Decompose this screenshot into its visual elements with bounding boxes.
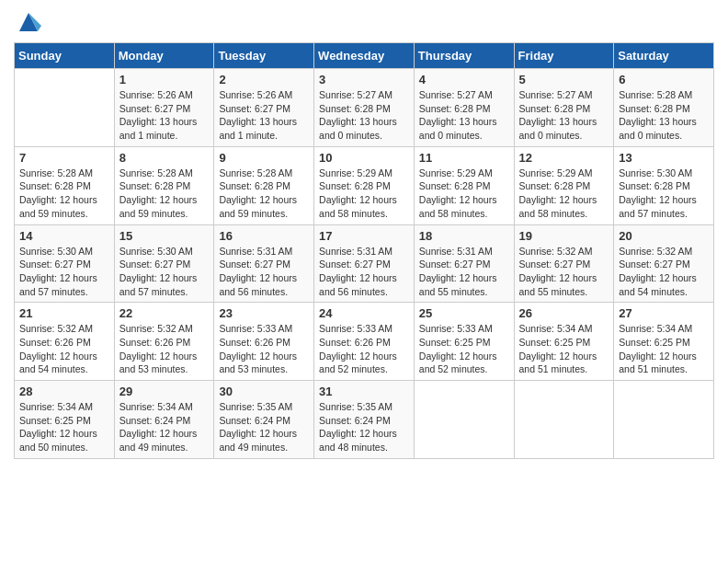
day-number: 24 — [319, 306, 409, 320]
day-number: 5 — [519, 73, 609, 86]
day-info: Sunrise: 5:29 AMSunset: 6:28 PMDaylight:… — [519, 167, 609, 221]
day-info: Sunrise: 5:27 AMSunset: 6:28 PMDaylight:… — [419, 88, 509, 143]
calendar-cell: 30Sunrise: 5:35 AMSunset: 6:24 PMDayligh… — [214, 381, 314, 459]
day-info: Sunrise: 5:32 AMSunset: 6:26 PMDaylight:… — [19, 322, 109, 376]
day-info: Sunrise: 5:31 AMSunset: 6:27 PMDaylight:… — [419, 245, 509, 299]
page-header — [14, 9, 714, 35]
calendar-cell: 11Sunrise: 5:29 AMSunset: 6:28 PMDayligh… — [414, 146, 514, 224]
day-info: Sunrise: 5:33 AMSunset: 6:25 PMDaylight:… — [419, 322, 509, 376]
weekday-header-wednesday: Wednesday — [314, 43, 415, 69]
day-number: 23 — [219, 306, 309, 320]
calendar-cell: 3Sunrise: 5:27 AMSunset: 6:28 PMDaylight… — [314, 69, 415, 147]
day-info: Sunrise: 5:35 AMSunset: 6:24 PMDaylight:… — [319, 400, 409, 454]
day-info: Sunrise: 5:31 AMSunset: 6:27 PMDaylight:… — [219, 245, 309, 299]
day-info: Sunrise: 5:26 AMSunset: 6:27 PMDaylight:… — [119, 88, 210, 143]
day-number: 31 — [319, 385, 409, 398]
day-info: Sunrise: 5:34 AMSunset: 6:24 PMDaylight:… — [119, 400, 210, 454]
calendar-cell: 19Sunrise: 5:32 AMSunset: 6:27 PMDayligh… — [514, 224, 614, 303]
day-number: 4 — [419, 73, 509, 86]
calendar-week-row: 21Sunrise: 5:32 AMSunset: 6:26 PMDayligh… — [15, 303, 714, 381]
weekday-header-saturday: Saturday — [614, 43, 714, 69]
calendar-cell: 26Sunrise: 5:34 AMSunset: 6:25 PMDayligh… — [514, 303, 614, 381]
calendar-cell: 15Sunrise: 5:30 AMSunset: 6:27 PMDayligh… — [114, 224, 214, 303]
day-number: 7 — [19, 151, 109, 165]
day-number: 3 — [319, 73, 409, 86]
calendar-cell: 25Sunrise: 5:33 AMSunset: 6:25 PMDayligh… — [414, 303, 514, 381]
calendar-cell: 6Sunrise: 5:28 AMSunset: 6:28 PMDaylight… — [614, 69, 714, 147]
calendar-cell: 23Sunrise: 5:33 AMSunset: 6:26 PMDayligh… — [214, 303, 314, 381]
day-info: Sunrise: 5:27 AMSunset: 6:28 PMDaylight:… — [519, 88, 609, 143]
day-info: Sunrise: 5:28 AMSunset: 6:28 PMDaylight:… — [619, 88, 709, 143]
day-info: Sunrise: 5:32 AMSunset: 6:27 PMDaylight:… — [519, 245, 609, 299]
calendar-cell: 17Sunrise: 5:31 AMSunset: 6:27 PMDayligh… — [314, 224, 415, 303]
day-info: Sunrise: 5:33 AMSunset: 6:26 PMDaylight:… — [319, 322, 409, 376]
day-info: Sunrise: 5:31 AMSunset: 6:27 PMDaylight:… — [319, 245, 409, 299]
day-number: 20 — [619, 229, 709, 243]
day-info: Sunrise: 5:33 AMSunset: 6:26 PMDaylight:… — [219, 322, 309, 376]
calendar-week-row: 1Sunrise: 5:26 AMSunset: 6:27 PMDaylight… — [15, 69, 714, 147]
calendar-cell: 1Sunrise: 5:26 AMSunset: 6:27 PMDaylight… — [114, 69, 214, 147]
day-info: Sunrise: 5:34 AMSunset: 6:25 PMDaylight:… — [619, 322, 709, 376]
day-number: 19 — [519, 229, 609, 243]
day-number: 9 — [219, 151, 309, 165]
weekday-header-monday: Monday — [114, 43, 214, 69]
day-info: Sunrise: 5:32 AMSunset: 6:27 PMDaylight:… — [619, 245, 709, 299]
day-info: Sunrise: 5:26 AMSunset: 6:27 PMDaylight:… — [219, 88, 309, 143]
day-info: Sunrise: 5:27 AMSunset: 6:28 PMDaylight:… — [319, 88, 409, 143]
day-number: 26 — [519, 306, 609, 320]
calendar-cell: 13Sunrise: 5:30 AMSunset: 6:28 PMDayligh… — [614, 146, 714, 224]
weekday-header-thursday: Thursday — [414, 43, 514, 69]
day-number: 2 — [219, 73, 309, 86]
calendar-cell — [15, 69, 115, 147]
day-number: 29 — [119, 385, 210, 398]
calendar-cell — [514, 381, 614, 459]
weekday-header-row: SundayMondayTuesdayWednesdayThursdayFrid… — [15, 43, 714, 69]
day-number: 18 — [419, 229, 509, 243]
day-number: 12 — [519, 151, 609, 165]
day-number: 11 — [419, 151, 509, 165]
weekday-header-sunday: Sunday — [15, 43, 115, 69]
calendar-cell: 12Sunrise: 5:29 AMSunset: 6:28 PMDayligh… — [514, 146, 614, 224]
day-number: 1 — [119, 73, 210, 86]
calendar-cell: 14Sunrise: 5:30 AMSunset: 6:27 PMDayligh… — [15, 224, 115, 303]
logo — [14, 9, 41, 35]
calendar-cell: 27Sunrise: 5:34 AMSunset: 6:25 PMDayligh… — [614, 303, 714, 381]
calendar-cell: 29Sunrise: 5:34 AMSunset: 6:24 PMDayligh… — [114, 381, 214, 459]
calendar-cell: 8Sunrise: 5:28 AMSunset: 6:28 PMDaylight… — [114, 146, 214, 224]
day-info: Sunrise: 5:29 AMSunset: 6:28 PMDaylight:… — [419, 167, 509, 221]
calendar-cell: 7Sunrise: 5:28 AMSunset: 6:28 PMDaylight… — [15, 146, 115, 224]
day-number: 14 — [19, 229, 109, 243]
day-number: 22 — [119, 306, 210, 320]
day-info: Sunrise: 5:34 AMSunset: 6:25 PMDaylight:… — [19, 400, 109, 454]
day-number: 15 — [119, 229, 210, 243]
day-number: 17 — [319, 229, 409, 243]
day-number: 25 — [419, 306, 509, 320]
day-info: Sunrise: 5:30 AMSunset: 6:27 PMDaylight:… — [19, 245, 109, 299]
day-number: 6 — [619, 73, 709, 86]
day-number: 27 — [619, 306, 709, 320]
day-info: Sunrise: 5:28 AMSunset: 6:28 PMDaylight:… — [19, 167, 109, 221]
day-info: Sunrise: 5:30 AMSunset: 6:28 PMDaylight:… — [619, 167, 709, 221]
day-number: 28 — [19, 385, 109, 398]
calendar-cell: 2Sunrise: 5:26 AMSunset: 6:27 PMDaylight… — [214, 69, 314, 147]
calendar-cell: 20Sunrise: 5:32 AMSunset: 6:27 PMDayligh… — [614, 224, 714, 303]
logo-icon — [16, 9, 41, 35]
calendar-cell: 24Sunrise: 5:33 AMSunset: 6:26 PMDayligh… — [314, 303, 415, 381]
day-info: Sunrise: 5:32 AMSunset: 6:26 PMDaylight:… — [119, 322, 210, 376]
day-number: 8 — [119, 151, 210, 165]
day-info: Sunrise: 5:35 AMSunset: 6:24 PMDaylight:… — [219, 400, 309, 454]
day-number: 10 — [319, 151, 409, 165]
calendar-cell: 16Sunrise: 5:31 AMSunset: 6:27 PMDayligh… — [214, 224, 314, 303]
day-info: Sunrise: 5:29 AMSunset: 6:28 PMDaylight:… — [319, 167, 409, 221]
day-info: Sunrise: 5:28 AMSunset: 6:28 PMDaylight:… — [219, 167, 309, 221]
calendar-cell: 21Sunrise: 5:32 AMSunset: 6:26 PMDayligh… — [15, 303, 115, 381]
calendar-cell: 28Sunrise: 5:34 AMSunset: 6:25 PMDayligh… — [15, 381, 115, 459]
calendar-cell: 5Sunrise: 5:27 AMSunset: 6:28 PMDaylight… — [514, 69, 614, 147]
calendar-week-row: 28Sunrise: 5:34 AMSunset: 6:25 PMDayligh… — [15, 381, 714, 459]
calendar-cell: 22Sunrise: 5:32 AMSunset: 6:26 PMDayligh… — [114, 303, 214, 381]
calendar-week-row: 7Sunrise: 5:28 AMSunset: 6:28 PMDaylight… — [15, 146, 714, 224]
day-number: 13 — [619, 151, 709, 165]
weekday-header-friday: Friday — [514, 43, 614, 69]
calendar-cell: 4Sunrise: 5:27 AMSunset: 6:28 PMDaylight… — [414, 69, 514, 147]
day-info: Sunrise: 5:28 AMSunset: 6:28 PMDaylight:… — [119, 167, 210, 221]
